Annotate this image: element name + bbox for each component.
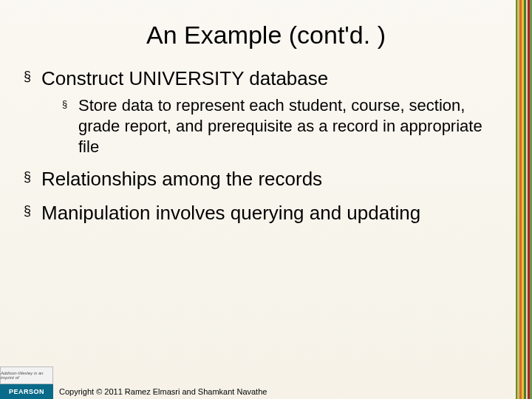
slide-title: An Example (cont'd. )	[0, 0, 532, 67]
bullet-item: Relationships among the records	[21, 168, 502, 191]
bullet-item: Construct UNIVERSITY database Store data…	[21, 67, 502, 157]
sub-bullet-list: Store data to represent each student, co…	[41, 95, 502, 157]
copyright-text: Copyright © 2011 Ramez Elmasri and Shamk…	[59, 387, 267, 396]
addison-wesley-label: Addison-Wesley is an imprint of	[0, 366, 53, 384]
bullet-list: Construct UNIVERSITY database Store data…	[0, 67, 532, 225]
slide-content: An Example (cont'd. ) Construct UNIVERSI…	[0, 0, 532, 399]
slide-footer: Addison-Wesley is an imprint of PEARSON …	[0, 366, 532, 399]
pearson-label: PEARSON	[0, 384, 53, 399]
bullet-text: Construct UNIVERSITY database	[41, 67, 328, 89]
bullet-item: Manipulation involves querying and updat…	[21, 202, 502, 225]
publisher-logo: Addison-Wesley is an imprint of PEARSON	[0, 366, 53, 399]
sub-bullet-item: Store data to represent each student, co…	[62, 95, 502, 157]
